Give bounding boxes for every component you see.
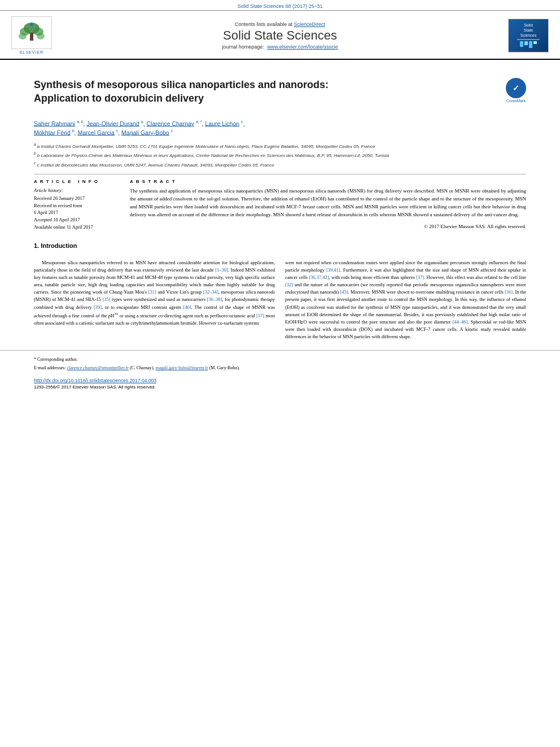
svg-point-6 bbox=[30, 23, 33, 26]
page: Solid State Sciences 68 (2017) 25–31 ELS… bbox=[0, 0, 560, 747]
journal-title-block: Contents lists available at ScienceDirec… bbox=[60, 21, 500, 50]
history-label: Article history: bbox=[34, 187, 119, 193]
abstract-copyright: © 2017 Elsevier Masson SAS. All rights r… bbox=[130, 224, 526, 229]
article-info-label: A R T I C L E I N F O bbox=[34, 179, 119, 184]
journal-citation: Solid State Sciences 68 (2017) 25–31 bbox=[237, 3, 322, 9]
elsevier-logo-box bbox=[11, 16, 52, 49]
intro-para1: Mesoporous silica nanoparticles referred… bbox=[34, 259, 275, 327]
affiliations-block: a a Institut Charles Gerhardt Montpellie… bbox=[34, 142, 526, 168]
journal-logo-right: SolidStateSciences bbox=[506, 19, 551, 53]
journal-logo-text: SolidStateSciences bbox=[520, 23, 536, 38]
footnotes-section: * Corresponding author. E-mail addresses… bbox=[0, 350, 560, 372]
svg-point-5 bbox=[37, 33, 45, 40]
svg-point-4 bbox=[19, 33, 27, 40]
info-abstract-section: A R T I C L E I N F O Article history: R… bbox=[0, 179, 560, 231]
author-rahmani[interactable]: Saher Rahmani bbox=[34, 120, 75, 126]
ref-37[interactable]: [37] bbox=[256, 313, 264, 318]
received-date: Received 26 January 2017 bbox=[34, 195, 119, 202]
email-charnay[interactable]: clarence.charnay@umontpellier.fr bbox=[67, 365, 129, 370]
affil-c: c c Institut de Biomolécules Max Mousser… bbox=[34, 160, 526, 168]
author-ferid[interactable]: Mokhtar Férid bbox=[34, 129, 71, 136]
intro-heading: 1. Introduction bbox=[34, 242, 526, 249]
doi-link[interactable]: http://dx.doi.org/10.1016/j.solidstatesc… bbox=[34, 378, 156, 383]
author-garcia[interactable]: Marcel Garcia bbox=[77, 129, 114, 136]
ref-36b[interactable]: [36] bbox=[505, 289, 513, 295]
crossmark-badge[interactable]: ✓ CrossMark bbox=[506, 78, 526, 103]
body-columns: Mesoporous silica nanoparticles referred… bbox=[0, 254, 560, 345]
body-col-left: Mesoporous silica nanoparticles referred… bbox=[34, 259, 275, 345]
accepted-date: Accepted 10 April 2017 bbox=[34, 216, 119, 224]
contents-text: Contents lists available at bbox=[235, 21, 292, 27]
author-gary-bobo[interactable]: Magali Gary-Bobo bbox=[121, 129, 169, 136]
abstract-label: A B S T R A C T bbox=[130, 179, 526, 184]
doi-line: http://dx.doi.org/10.1016/j.solidstatesc… bbox=[0, 373, 560, 383]
ref-44-46[interactable]: [44–46] bbox=[453, 319, 468, 325]
ref-36-37-42[interactable]: [36,37,42] bbox=[309, 274, 329, 280]
contents-available-line: Contents lists available at ScienceDirec… bbox=[60, 21, 500, 27]
crossmark-icon: ✓ bbox=[506, 78, 526, 98]
abstract-text: The synthesis and application of mesopor… bbox=[130, 187, 526, 219]
affil-b: b b Laboratoire de Physico-Chimie des Ma… bbox=[34, 151, 526, 159]
received-revised-label: Received in revised form bbox=[34, 202, 119, 209]
elsevier-tree-icon bbox=[15, 21, 49, 44]
corresponding-author-note: * Corresponding author. bbox=[34, 356, 526, 363]
email-gary-bobo[interactable]: magali.gary-bobo@inserm.fr bbox=[156, 365, 208, 370]
ref-36-38[interactable]: [36–38] bbox=[207, 296, 222, 302]
authors-line: Saher Rahmani a, b, Jean-Olivier Durand … bbox=[34, 119, 526, 138]
affil-a: a a Institut Charles Gerhardt Montpellie… bbox=[34, 142, 526, 150]
ref-32b[interactable]: [32] bbox=[285, 282, 293, 287]
intro-para2: were not required when co-condensation r… bbox=[285, 259, 526, 341]
email-note: E-mail addresses: clarence.charnay@umont… bbox=[34, 365, 526, 372]
article-title: Synthesis of mesoporous silica nanoparti… bbox=[34, 78, 500, 106]
header-divider bbox=[34, 174, 526, 174]
author-charnay[interactable]: Clarence Charnay bbox=[146, 120, 194, 126]
journal-top-bar: Solid State Sciences 68 (2017) 25–31 bbox=[0, 0, 560, 11]
sciencedirect-link[interactable]: ScienceDirect bbox=[294, 21, 326, 27]
homepage-text: journal homepage: bbox=[222, 44, 264, 50]
homepage-line: journal homepage: www.elsevier.com/locat… bbox=[60, 44, 500, 50]
journal-name: Solid State Sciences bbox=[60, 28, 500, 43]
ref-1-30[interactable]: [1–30] bbox=[215, 267, 228, 273]
ref-37b[interactable]: [37] bbox=[416, 274, 424, 280]
elsevier-logo: ELSEVIER bbox=[9, 16, 54, 54]
journal-logo-box: SolidStateSciences bbox=[508, 19, 549, 53]
homepage-link[interactable]: www.elsevier.com/locate/ssscie bbox=[267, 44, 338, 50]
article-title-line1: Synthesis of mesoporous silica nanoparti… bbox=[34, 79, 329, 90]
ref-32-34[interactable]: [32–34] bbox=[203, 289, 218, 295]
ref-43[interactable]: [43] bbox=[340, 289, 348, 295]
body-col-right: were not required when co-condensation r… bbox=[285, 259, 526, 345]
article-title-line2: Application to doxorubicin delivery bbox=[34, 93, 204, 104]
available-date: Available online 11 April 2017 bbox=[34, 224, 119, 231]
received-revised-date: 6 April 2017 bbox=[34, 209, 119, 216]
author-durand[interactable]: Jean-Olivier Durand bbox=[86, 120, 139, 126]
issn-line: 1293-2558/© 2017 Elsevier Masson SAS. Al… bbox=[0, 383, 560, 395]
ref-39[interactable]: [39] bbox=[94, 304, 102, 310]
article-info-block: A R T I C L E I N F O Article history: R… bbox=[34, 179, 119, 231]
author-lichon[interactable]: Laure Lichon bbox=[205, 120, 239, 126]
intro-heading-section: 1. Introduction bbox=[0, 231, 560, 249]
ref-40[interactable]: [40] bbox=[183, 304, 191, 310]
journal-header: ELSEVIER Contents lists available at Sci… bbox=[0, 11, 560, 60]
ref-35[interactable]: [35] bbox=[102, 296, 110, 302]
elsevier-wordmark: ELSEVIER bbox=[20, 50, 43, 54]
ref-39-41[interactable]: [39,41] bbox=[326, 267, 340, 273]
ref-31[interactable]: [31] bbox=[148, 289, 156, 295]
abstract-block: A B S T R A C T The synthesis and applic… bbox=[130, 179, 526, 231]
article-title-section: Synthesis of mesoporous silica nanoparti… bbox=[0, 60, 560, 174]
svg-rect-3 bbox=[30, 33, 33, 41]
